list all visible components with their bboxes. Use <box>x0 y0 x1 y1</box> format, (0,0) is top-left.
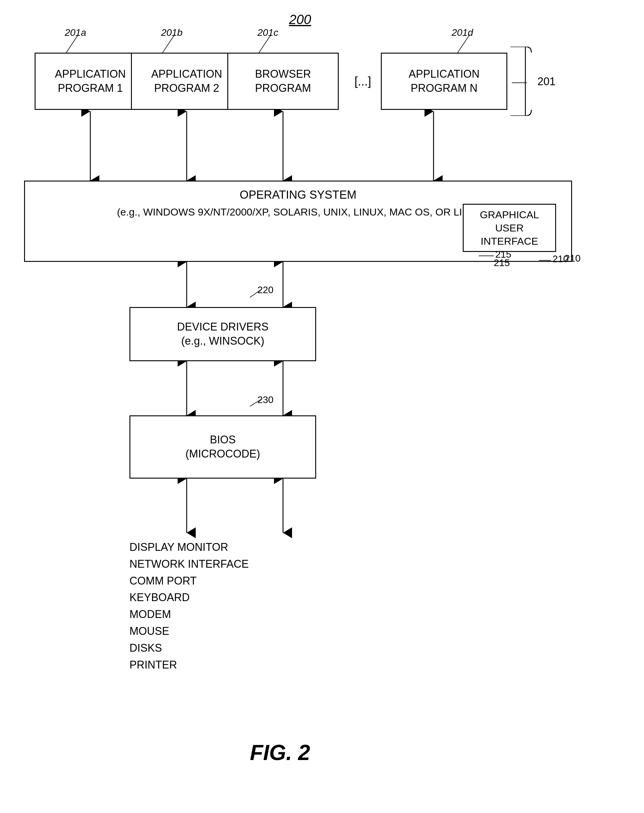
peripheral-item-7: PRINTER <box>129 657 249 673</box>
device-drivers-label: DEVICE DRIVERS (e.g., WINSOCK) <box>177 320 268 348</box>
bios-label: BIOS (MICROCODE) <box>186 433 260 461</box>
peripheral-item-1: NETWORK INTERFACE <box>129 556 249 573</box>
ref-201a: 201a <box>65 27 86 38</box>
arrows-svg <box>0 0 644 813</box>
app2-box: APPLICATION PROGRAM 2 <box>131 53 242 110</box>
peripheral-item-4: MODEM <box>129 606 249 623</box>
peripheral-item-2: COMM PORT <box>129 573 249 589</box>
bios-box: BIOS (MICROCODE) <box>129 415 316 479</box>
peripheral-item-5: MOUSE <box>129 623 249 640</box>
app2-label: APPLICATION PROGRAM 2 <box>151 67 222 95</box>
ref-215-line: 215 <box>479 250 524 265</box>
diagram: 200 APPLICATION PROGRAM 1 APPLICATION PR… <box>0 0 644 813</box>
os-label-line1: OPERATING SYSTEM <box>34 188 562 202</box>
peripheral-item-3: KEYBOARD <box>129 589 249 606</box>
ref-201: 201 <box>537 75 555 88</box>
peripheral-item-6: DISKS <box>129 640 249 657</box>
ref-201b: 201b <box>161 27 182 38</box>
ref-230: 230 <box>258 394 273 406</box>
peripheral-item-0: DISPLAY MONITOR <box>129 539 249 556</box>
app1-label: APPLICATION PROGRAM 1 <box>55 67 126 95</box>
group-bracket <box>507 47 537 116</box>
device-drivers-box: DEVICE DRIVERS (e.g., WINSOCK) <box>129 307 316 361</box>
appN-label: APPLICATION PROGRAM N <box>409 67 479 95</box>
svg-text:210: 210 <box>552 254 569 264</box>
browser-label: BROWSER PROGRAM <box>255 67 311 95</box>
peripherals-list: DISPLAY MONITOR NETWORK INTERFACE COMM P… <box>129 539 249 673</box>
fig-label: FIG. 2 <box>250 740 310 765</box>
gui-box: GRAPHICAL USER INTERFACE <box>463 204 556 252</box>
appN-box: APPLICATION PROGRAM N <box>381 53 507 110</box>
ellipsis-label: [...] <box>354 75 371 88</box>
ref-201c: 201c <box>258 27 278 38</box>
diagram-number: 200 <box>289 12 311 27</box>
ref-210-line: 210 <box>539 254 575 269</box>
ellipsis-box: [...] <box>343 53 382 110</box>
svg-text:215: 215 <box>495 250 511 260</box>
ref-220: 220 <box>258 285 273 295</box>
ref-201d: 201d <box>452 27 473 38</box>
app1-box: APPLICATION PROGRAM 1 <box>35 53 146 110</box>
browser-box: BROWSER PROGRAM <box>227 53 339 110</box>
gui-label: GRAPHICAL USER INTERFACE <box>467 208 552 248</box>
